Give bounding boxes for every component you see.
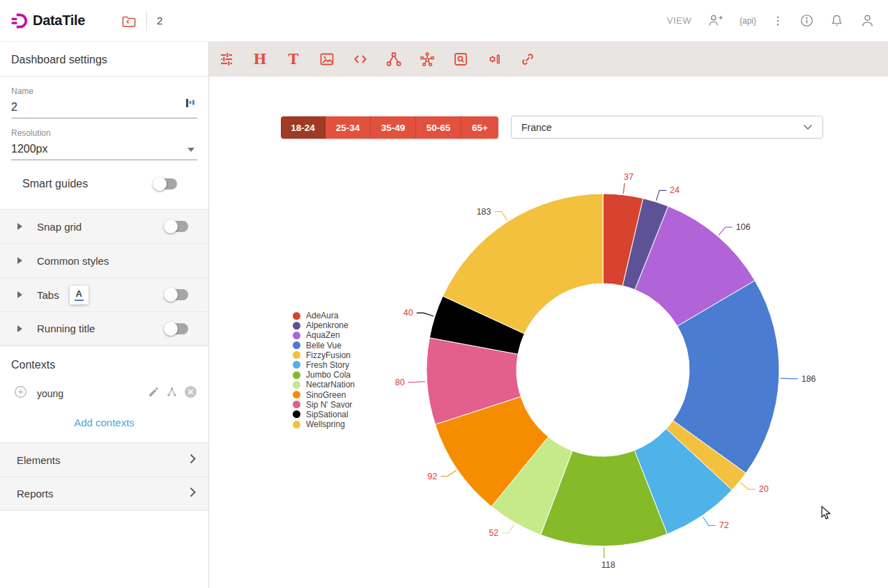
expander-triangle-icon[interactable] [17,223,22,230]
legend-swatch [293,381,300,389]
legend-item-fizzyfusion[interactable]: FizzyFusion [293,350,355,360]
legend-item-fresh-story[interactable]: Fresh Story [293,360,355,370]
label-leader-line [703,517,715,525]
heading-icon[interactable]: H [252,51,268,68]
toggle-knob [153,177,167,191]
smart-guides-toggle[interactable] [153,177,178,191]
kebab-menu-icon[interactable] [772,13,784,29]
add-user-icon[interactable] [707,13,724,29]
tabs-toggle[interactable] [164,288,189,302]
insert-chart-icon[interactable] [185,98,194,111]
dashboard-canvas: H T [209,42,888,588]
section-label: Snap grid [37,221,82,233]
smart-guides-label: Smart guides [22,178,88,190]
legend-swatch [293,361,300,369]
widget-toolbar: H T [209,42,888,77]
account-icon[interactable] [859,13,875,29]
chevron-right-icon [190,454,196,467]
slice-value-label: 37 [624,172,634,182]
info-icon[interactable] [799,13,814,28]
text-icon[interactable]: T [285,51,302,68]
legend-item-jumbo-cola[interactable]: Jumbo Cola [293,370,355,380]
age-tab-65+[interactable]: 65+ [461,116,498,139]
legend-item-adeaura[interactable]: AdeAura [293,311,355,320]
name-field-value[interactable]: 2 [11,96,197,118]
font-underline [75,300,84,301]
notifications-icon[interactable] [829,13,844,29]
top-bar: DataTile 2 VIEW {api} [0,0,888,42]
slice-value-label: 92 [427,472,437,481]
legend-item-alpenkrone[interactable]: Alpenkrone [293,320,355,330]
name-field[interactable]: Name 2 [11,86,197,118]
label-leader-line [441,470,456,476]
legend-item-sipsational[interactable]: SipSational [293,410,355,419]
share-context-icon[interactable] [166,386,178,401]
sidebar-section-tabs[interactable]: TabsA [0,277,208,311]
toggle-knob [164,322,178,336]
sidebar-section-common-styles[interactable]: Common styles [0,243,208,277]
resolution-field[interactable]: Resolution 1200px [11,128,197,160]
expander-triangle-icon[interactable] [17,257,22,264]
sidebar-section-running-title[interactable]: Running title [0,311,208,346]
legend-label: Fresh Story [306,360,349,370]
slice-value-label: 52 [489,528,498,538]
snap-grid-toggle[interactable] [164,219,189,233]
resolution-field-value[interactable]: 1200px [11,138,197,160]
legend-swatch [293,410,300,418]
country-select[interactable]: France [511,116,823,139]
chevron-down-icon[interactable] [187,148,194,152]
app-logo[interactable]: DataTile [10,12,85,30]
search-box-icon[interactable] [452,51,469,68]
topbar-divider [146,11,147,31]
legend-item-sinogreen[interactable]: SinoGreen [293,390,355,400]
legend-item-sip-n-savor[interactable]: Sip N' Savor [293,400,355,410]
sliders-icon[interactable] [218,51,235,68]
resolution-field-label: Resolution [11,128,197,138]
legend-item-wellspring[interactable]: Wellspring [293,419,355,429]
expander-triangle-icon[interactable] [17,291,22,298]
legend-item-aquazen[interactable]: AquaZen [293,330,355,340]
label-leader-line [781,378,798,379]
age-tab-35-49[interactable]: 35-49 [371,116,416,139]
legend-swatch [293,322,300,330]
share-icon[interactable] [385,51,402,68]
expander-triangle-icon[interactable] [17,325,22,332]
remove-context-icon[interactable] [184,385,197,401]
add-contexts-link[interactable]: Add contexts [0,405,208,442]
name-field-label: Name [11,86,197,96]
link-icon[interactable] [519,51,536,68]
sidebar-section-snap-grid[interactable]: Snap grid [0,209,208,243]
image-icon[interactable] [319,51,335,68]
view-mode-label[interactable]: VIEW [667,15,691,26]
api-icon[interactable]: {api} [740,16,756,26]
legend-item-nectarnation[interactable]: NectarNation [293,380,355,389]
sidebar-nav-reports[interactable]: Reports [0,477,208,511]
edit-pencil-icon[interactable] [148,386,160,401]
widget-settings-icon[interactable] [486,51,503,68]
age-tab-25-34[interactable]: 25-34 [326,116,371,139]
legend-label: Sip N' Savor [306,400,352,410]
folder-back-icon[interactable] [121,14,137,28]
running-title-toggle[interactable] [164,322,189,336]
legend-swatch [293,371,300,379]
logo-text: DataTile [33,13,85,29]
smart-guides-row: Smart guides [0,160,208,209]
font-letter: A [75,289,82,298]
cluster-icon[interactable] [419,51,436,68]
legend-swatch [293,401,300,408]
code-icon[interactable] [352,51,369,68]
age-tab-18-24[interactable]: 18-24 [281,116,326,139]
add-circle-icon[interactable] [14,385,27,401]
label-leader-line [740,483,756,490]
legend-swatch [293,332,300,339]
sidebar-nav-elements[interactable]: Elements [0,442,208,477]
toggle-knob [164,288,178,302]
legend-item-belle-vue[interactable]: Belle Vue [293,341,355,350]
legend-label: FizzyFusion [306,350,351,360]
label-leader-line [623,183,625,194]
age-tab-50-65[interactable]: 50-65 [416,116,461,139]
tabs-font-style-icon[interactable]: A [70,286,89,304]
legend-label: SipSational [306,410,349,419]
chevron-right-icon [190,487,196,500]
legend-swatch [293,391,300,399]
